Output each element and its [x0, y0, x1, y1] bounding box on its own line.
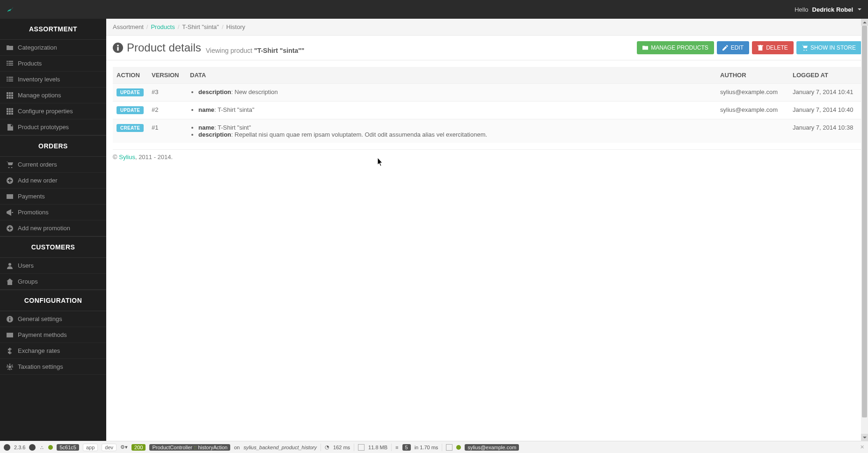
sidebar-item-label: Payment methods	[18, 331, 67, 338]
cell-data: name: T-Shirt "sint"description: Repella…	[186, 119, 716, 143]
sidebar-heading: CONFIGURATION	[0, 290, 106, 311]
action-badge: UPDATE	[117, 88, 144, 96]
col-logged-at: LOGGED AT	[789, 67, 861, 84]
main-content: Assortment/Products/T-Shirt "sinta"/Hist…	[106, 19, 868, 444]
sidebar-item-label: Users	[18, 262, 34, 269]
crumb-sep: /	[146, 23, 148, 30]
sidebar-item-categorization[interactable]: Categorization	[0, 40, 106, 56]
categorization-icon	[7, 44, 13, 51]
data-item: name: T-Shirt "sint"	[198, 124, 713, 131]
user-icon	[7, 263, 13, 269]
table-row: UPDATE#2name: T-Shirt "sinta"sylius@exam…	[113, 102, 861, 119]
info-icon	[113, 43, 123, 53]
crumb-sep: /	[178, 23, 180, 30]
sidebar: ASSORTMENTCategorizationProductsInventor…	[0, 19, 106, 444]
history-table: ACTION VERSION DATA AUTHOR LOGGED AT UPD…	[113, 67, 861, 143]
edit-button[interactable]: EDIT	[717, 41, 749, 54]
crumb-item: Assortment	[113, 23, 144, 30]
symfony-toolbar: 2.3.6 php ⛬ 5c61c5 app dev ⚙▾ 200 Produc…	[0, 441, 868, 444]
sidebar-item-users[interactable]: Users	[0, 258, 106, 274]
chevron-down-icon	[857, 7, 862, 12]
crumb-sep: /	[222, 23, 224, 30]
plus-icon	[7, 177, 13, 184]
page-title-text: Product details	[127, 41, 201, 54]
sidebar-item-taxation-settings[interactable]: Taxation settings	[0, 359, 106, 375]
sidebar-item-products[interactable]: Products	[0, 56, 106, 72]
page-header: Product details Viewing product "T-Shirt…	[106, 36, 868, 60]
sidebar-item-add-new-promotion[interactable]: Add new promotion	[0, 220, 106, 236]
cell-logged-at: January 7, 2014 10:40	[789, 102, 861, 119]
show-in-store-button[interactable]: SHOW IN STORE	[796, 41, 861, 54]
user-menu[interactable]: Hello Dedrick Robel	[795, 6, 862, 13]
crumb-item: T-Shirt "sinta"	[182, 23, 219, 30]
scrollbar-up[interactable]	[861, 19, 868, 26]
col-version: VERSION	[148, 67, 186, 84]
manage-products-button[interactable]: MANAGE PRODUCTS	[637, 41, 714, 54]
footer-years: , 2011 - 2014.	[135, 153, 173, 161]
svg-rect-5	[117, 47, 118, 51]
sidebar-item-current-orders[interactable]: Current orders	[0, 157, 106, 173]
info-icon	[7, 316, 13, 322]
dollar-icon	[7, 348, 13, 354]
cart-icon	[802, 45, 808, 51]
page-subtitle-product: "T-Shirt "sinta""	[254, 47, 304, 54]
sidebar-item-label: Categorization	[18, 44, 57, 51]
sidebar-heading: ORDERS	[0, 135, 106, 157]
cell-version: #2	[148, 102, 186, 119]
sidebar-item-configure-properties[interactable]: Configure properties	[0, 103, 106, 119]
action-badge: CREATE	[117, 124, 144, 132]
col-action: ACTION	[113, 67, 148, 84]
breadcrumb: Assortment/Products/T-Shirt "sinta"/Hist…	[106, 19, 868, 36]
sidebar-item-payment-methods[interactable]: Payment methods	[0, 327, 106, 343]
sidebar-item-label: Add new order	[18, 177, 58, 184]
delete-button[interactable]: DELETE	[752, 41, 794, 54]
sidebar-heading: ASSORTMENT	[0, 19, 106, 40]
cell-data: name: T-Shirt "sinta"	[186, 102, 716, 119]
data-item: description: New description	[198, 88, 713, 95]
data-item: name: T-Shirt "sinta"	[198, 106, 713, 113]
sidebar-item-label: General settings	[18, 315, 62, 322]
username: Dedrick Robel	[812, 6, 853, 13]
sidebar-item-add-new-order[interactable]: Add new order	[0, 173, 106, 189]
sidebar-heading: CUSTOMERS	[0, 236, 106, 258]
cell-version: #3	[148, 84, 186, 102]
scrollbar-thumb[interactable]	[862, 26, 867, 417]
data-item: description: Repellat nisi quam quae rem…	[198, 131, 713, 138]
sf-app[interactable]: app	[83, 444, 98, 444]
svg-rect-6	[117, 45, 118, 46]
scrollbar-track[interactable]	[861, 26, 868, 434]
cell-logged-at: January 7, 2014 10:38	[789, 119, 861, 143]
cell-author: sylius@example.com	[716, 84, 789, 102]
scrollbar-down[interactable]	[861, 434, 868, 441]
sidebar-item-label: Payments	[18, 193, 45, 200]
table-row: UPDATE#3description: New descriptionsyli…	[113, 84, 861, 102]
card-icon	[7, 193, 13, 200]
sidebar-item-label: Taxation settings	[18, 363, 63, 370]
cell-author: sylius@example.com	[716, 102, 789, 119]
sidebar-item-exchange-rates[interactable]: Exchange rates	[0, 343, 106, 359]
edit-label: EDIT	[731, 44, 744, 51]
crumb-item: History	[226, 23, 245, 30]
hello-label: Hello	[795, 6, 809, 13]
megaphone-icon	[7, 209, 13, 216]
sidebar-item-inventory-levels[interactable]: Inventory levels	[0, 72, 106, 88]
options-icon	[7, 92, 13, 99]
sidebar-item-label: Promotions	[18, 209, 49, 216]
logo-icon	[6, 5, 15, 14]
sidebar-item-groups[interactable]: Groups	[0, 274, 106, 290]
pencil-icon	[722, 45, 728, 51]
sidebar-item-payments[interactable]: Payments	[0, 189, 106, 205]
sidebar-item-label: Exchange rates	[18, 347, 60, 354]
footer-link[interactable]: Sylius	[119, 153, 135, 161]
sidebar-item-general-settings[interactable]: General settings	[0, 311, 106, 327]
cart-icon	[7, 161, 13, 168]
page-actions: MANAGE PRODUCTS EDIT DELETE SHOW IN STOR…	[637, 41, 861, 54]
action-badge: UPDATE	[117, 106, 144, 114]
sidebar-item-promotions[interactable]: Promotions	[0, 205, 106, 220]
crumb-item[interactable]: Products	[151, 23, 175, 30]
sidebar-item-manage-options[interactable]: Manage options	[0, 88, 106, 103]
page-subtitle: Viewing product "T-Shirt "sinta""	[206, 47, 305, 54]
card-icon	[7, 332, 13, 338]
sidebar-item-product-prototypes[interactable]: Product prototypes	[0, 119, 106, 135]
sf-env[interactable]: dev	[102, 444, 117, 444]
